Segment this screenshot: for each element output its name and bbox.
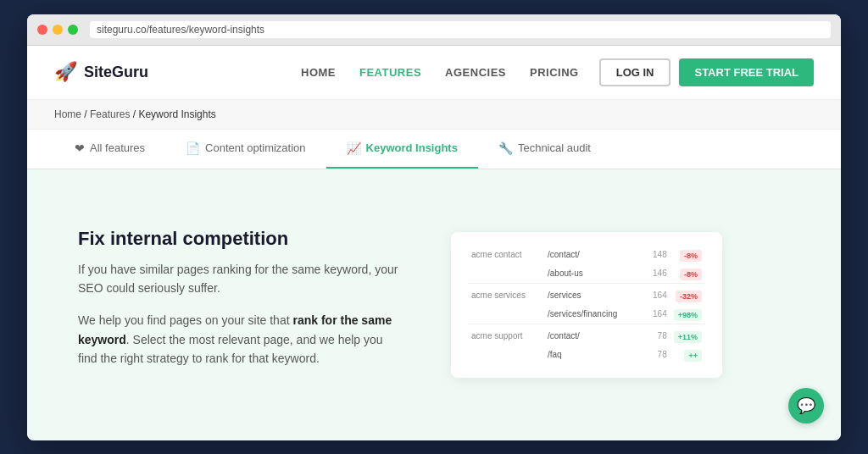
tab-all-features-label: All features — [90, 141, 145, 154]
logo: 🚀 SiteGuru — [54, 61, 148, 83]
table-url: /faq — [544, 346, 640, 364]
maximize-dot[interactable] — [68, 25, 78, 35]
tab-all-features[interactable]: ❤ All features — [54, 130, 165, 169]
table-score: 148 — [640, 246, 670, 264]
breadcrumb-home[interactable]: Home — [54, 108, 81, 120]
table-badge: +11% — [670, 324, 705, 346]
table-badge: -8% — [670, 246, 705, 264]
tab-technical-label: Technical audit — [518, 141, 591, 154]
table-url: /services — [544, 283, 640, 305]
demo-table: acme contact /contact/ 148 -8% /about-us… — [468, 246, 705, 364]
tab-content-label: Content optimization — [205, 141, 306, 154]
table-badge: ++ — [670, 346, 705, 364]
nav-links: HOME FEATURES AGENCIES PRICING — [301, 66, 579, 79]
chart-icon: 📈 — [347, 141, 361, 155]
logo-icon: 🚀 — [54, 61, 77, 83]
feature-tabs: ❤ All features 📄 Content optimization 📈 … — [27, 130, 841, 169]
main-nav: 🚀 SiteGuru HOME FEATURES AGENCIES PRICIN… — [27, 46, 841, 100]
tab-keyword-insights[interactable]: 📈 Keyword Insights — [326, 130, 478, 169]
table-badge: -32% — [670, 283, 705, 305]
wrench-icon: 🔧 — [498, 141, 513, 155]
table-url: /services/financing — [544, 305, 640, 324]
table-score: 164 — [640, 305, 670, 324]
table-keyword: acme services — [468, 283, 544, 305]
heart-icon: ❤ — [75, 141, 85, 155]
hero-section: Fix internal competition If you have sim… — [27, 169, 841, 440]
table-keyword: acme contact — [468, 246, 544, 264]
table-keyword: acme support — [468, 324, 544, 346]
table-url: /contact/ — [544, 324, 640, 346]
table-url: /contact/ — [544, 246, 640, 264]
chat-icon: 💬 — [797, 396, 815, 415]
close-dot[interactable] — [37, 25, 47, 35]
tab-technical-audit[interactable]: 🔧 Technical audit — [478, 130, 611, 169]
tab-content-optimization[interactable]: 📄 Content optimization — [165, 130, 326, 169]
breadcrumb: Home / Features / Keyword Insights — [27, 100, 841, 130]
table-keyword — [468, 346, 544, 364]
url-bar[interactable]: siteguru.co/features/keyword-insights — [90, 21, 831, 38]
hero-para2: We help you find pages on your site that… — [78, 311, 400, 368]
table-badge: +98% — [670, 305, 705, 324]
browser-chrome: siteguru.co/features/keyword-insights — [27, 14, 841, 46]
table-badge: -8% — [670, 264, 705, 284]
nav-pricing[interactable]: PRICING — [530, 66, 579, 79]
breadcrumb-current: Keyword Insights — [138, 108, 215, 120]
hero-title: Fix internal competition — [78, 228, 400, 250]
chat-button[interactable]: 💬 — [788, 388, 824, 424]
tab-keyword-label: Keyword Insights — [366, 141, 458, 154]
login-button[interactable]: LOG IN — [599, 58, 671, 86]
table-score: 78 — [640, 346, 670, 364]
minimize-dot[interactable] — [53, 25, 63, 35]
demo-card: acme contact /contact/ 148 -8% /about-us… — [451, 232, 722, 378]
nav-features[interactable]: FEATURES — [359, 66, 421, 79]
table-keyword — [468, 305, 544, 324]
nav-home[interactable]: HOME — [301, 66, 336, 79]
table-keyword — [468, 264, 544, 284]
logo-text: SiteGuru — [84, 64, 148, 81]
nav-agencies[interactable]: AGENCIES — [445, 66, 506, 79]
breadcrumb-features[interactable]: Features — [90, 108, 130, 120]
document-icon: 📄 — [186, 141, 200, 155]
table-score: 146 — [640, 264, 670, 284]
hero-text: Fix internal competition If you have sim… — [78, 228, 400, 382]
hero-para2-prefix: We help you find pages on your site that — [78, 313, 292, 327]
trial-button[interactable]: START FREE TRIAL — [679, 58, 814, 86]
hero-para1: If you have similar pages ranking for th… — [78, 260, 400, 298]
table-score: 164 — [640, 283, 670, 305]
table-url: /about-us — [544, 264, 640, 284]
table-score: 78 — [640, 324, 670, 346]
